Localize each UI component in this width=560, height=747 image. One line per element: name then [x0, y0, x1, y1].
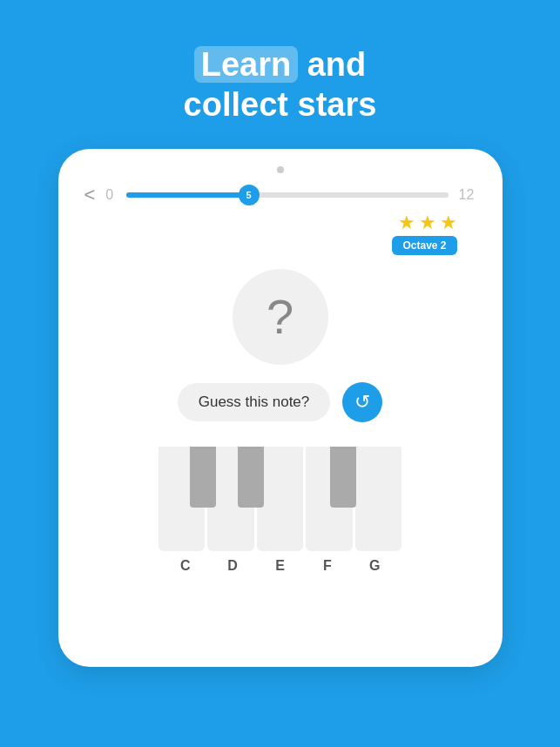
slider-min-label: 0 [105, 187, 116, 203]
header-title: Learn and [194, 45, 367, 85]
header-subtitle: collect stars [184, 85, 377, 125]
slider-row: < 0 5 12 [58, 184, 503, 206]
and-word: and [298, 46, 366, 83]
header: Learn and collect stars [0, 0, 560, 149]
piano-keyboard: C D E F G [159, 447, 402, 569]
key-label-g: G [351, 558, 398, 574]
white-key-c[interactable] [159, 447, 206, 551]
replay-button[interactable]: ↺ [342, 382, 382, 422]
question-circle: ? [233, 269, 328, 365]
key-label-e: E [256, 558, 303, 574]
white-key-f[interactable] [306, 447, 353, 551]
guess-label: Guess this note? [178, 383, 331, 421]
star-3: ★ [440, 212, 457, 234]
star-1: ★ [398, 212, 415, 234]
octave-badge: Octave 2 [392, 236, 456, 255]
slider-track[interactable]: 5 [126, 192, 448, 198]
key-label-d: D [209, 558, 256, 574]
white-key-g[interactable] [355, 447, 402, 551]
learn-word: Learn [194, 46, 298, 83]
stars-row: ★ ★ ★ [398, 212, 503, 234]
star-2: ★ [419, 212, 436, 234]
slider-max-label: 12 [459, 187, 476, 203]
slider-thumb[interactable]: 5 [239, 185, 260, 205]
phone-card: < 0 5 12 ★ ★ ★ Octave 2 ? Guess this not… [58, 149, 503, 667]
key-labels: C D E F G [159, 558, 402, 574]
guess-row: Guess this note? ↺ [178, 382, 383, 422]
white-key-d[interactable] [207, 447, 254, 551]
key-label-c: C [162, 558, 209, 574]
replay-icon: ↺ [354, 393, 370, 412]
white-keys [159, 447, 402, 551]
slider-fill [126, 192, 248, 198]
key-label-f: F [304, 558, 351, 574]
white-key-e[interactable] [257, 447, 304, 551]
slider-back-button[interactable]: < [84, 184, 96, 206]
question-mark: ? [267, 293, 293, 341]
phone-notch [277, 166, 284, 173]
